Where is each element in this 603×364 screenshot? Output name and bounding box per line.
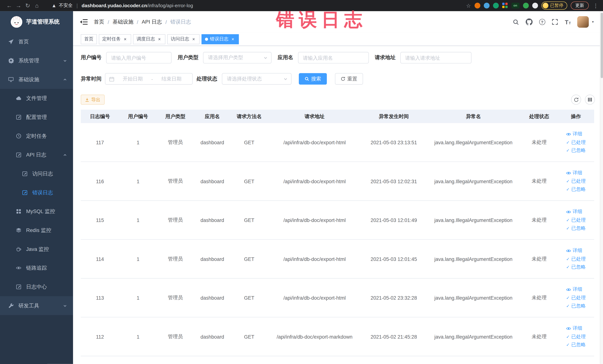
close-icon[interactable]: ×: [231, 36, 235, 42]
user-type-select[interactable]: 请选择用户类型: [203, 52, 271, 63]
sidebar-item-home[interactable]: 首页: [0, 32, 73, 51]
sidebar-item-trace[interactable]: 链路追踪: [0, 258, 73, 277]
search-icon[interactable]: [512, 18, 519, 26]
hamburger-icon[interactable]: [80, 19, 88, 25]
sidebar-item-accesslog[interactable]: 访问日志: [0, 164, 73, 183]
refresh-table-button[interactable]: [571, 94, 581, 105]
app-name-input[interactable]: [298, 52, 369, 63]
user-avatar[interactable]: [577, 16, 589, 28]
detail-link[interactable]: 详细: [566, 171, 582, 176]
caret-down-icon[interactable]: ▾: [592, 20, 594, 24]
search-button[interactable]: 搜索: [299, 73, 327, 84]
close-icon[interactable]: ×: [191, 36, 196, 42]
detail-link[interactable]: 详细: [566, 132, 582, 137]
action-label: 已忽略: [571, 342, 586, 347]
tab-access-log[interactable]: 访问日志 ×: [167, 34, 199, 44]
detail-link[interactable]: 详细: [566, 248, 582, 253]
extension-on-badge[interactable]: on: [511, 3, 519, 9]
detail-link[interactable]: 详细: [566, 209, 582, 214]
processed-link[interactable]: ✓ 已处理: [566, 334, 586, 339]
close-icon[interactable]: ×: [123, 36, 128, 42]
ignored-link[interactable]: ✓ 已忽略: [566, 265, 586, 270]
extension-icon[interactable]: [474, 3, 480, 9]
start-date-placeholder: 开始日期: [116, 75, 150, 82]
cell-log-id: 115: [81, 201, 119, 239]
extension-paw-icon[interactable]: [532, 3, 538, 9]
sidebar-item-system[interactable]: 系统管理: [0, 51, 73, 70]
processed-link[interactable]: ✓ 已处理: [566, 140, 586, 145]
close-icon[interactable]: ×: [157, 36, 162, 42]
check-icon: ✓: [566, 343, 570, 347]
extension-icon[interactable]: [484, 3, 489, 9]
breadcrumb-item[interactable]: 基础设施: [113, 19, 133, 25]
breadcrumb-item[interactable]: API 日志: [142, 19, 162, 25]
processed-link[interactable]: ✓ 已处理: [566, 179, 586, 184]
app-title: 芋道管理系统: [26, 18, 59, 25]
sidebar-item-config[interactable]: 配置管理: [0, 108, 73, 127]
sidebar-item-devtools[interactable]: 研发工具: [0, 296, 73, 315]
extension-icon[interactable]: [523, 3, 529, 9]
logo-image: [11, 16, 22, 27]
home-icon[interactable]: ⌂: [32, 3, 42, 9]
request-url-input[interactable]: [400, 52, 471, 63]
action-label: 已处理: [571, 218, 586, 223]
forward-icon[interactable]: →: [14, 3, 23, 9]
scrollbar-thumb[interactable]: [601, 13, 603, 78]
sidebar-item-java[interactable]: Java 监控: [0, 240, 73, 258]
sidebar-item-apilog[interactable]: API 日志: [0, 145, 73, 164]
extension-grid-icon[interactable]: [502, 3, 508, 9]
field-label: 用户类型: [178, 54, 198, 61]
app-logo[interactable]: 芋道管理系统: [0, 11, 73, 32]
export-button[interactable]: 导出: [81, 94, 105, 105]
table-row: 117 1 管理员 dashboard GET /api/infra/db-do…: [81, 123, 594, 162]
detail-link[interactable]: 详细: [566, 287, 582, 292]
eye-icon: [566, 132, 571, 136]
profile-paused-chip[interactable]: 已暂停: [541, 1, 567, 10]
help-icon[interactable]: ?: [539, 19, 545, 25]
tab-error-log[interactable]: 错误日志 ×: [201, 34, 239, 44]
font-size-icon[interactable]: TT: [565, 19, 571, 25]
github-icon[interactable]: [526, 18, 533, 26]
url-bar[interactable]: dashboard.yudao.iocoder.cn/infra/log/api…: [81, 3, 193, 8]
detail-link[interactable]: 详细: [566, 326, 582, 331]
field-label: 处理状态: [197, 75, 217, 82]
ignored-link[interactable]: ✓ 已忽略: [566, 304, 586, 308]
ignored-link[interactable]: ✓ 已忽略: [566, 187, 586, 192]
ignored-link[interactable]: ✓ 已忽略: [566, 148, 586, 153]
process-status-select[interactable]: 请选择处理状态: [222, 73, 291, 84]
bookmark-star-icon[interactable]: ☆: [466, 2, 471, 9]
calendar-icon: [109, 76, 114, 82]
sidebar-item-redis[interactable]: Redis 监控: [0, 221, 73, 240]
site-security[interactable]: ▲️ 不安全: [52, 2, 73, 9]
reset-button[interactable]: 重置: [335, 73, 363, 84]
browser-menu-icon[interactable]: ⋮: [593, 2, 598, 9]
fullscreen-icon[interactable]: [551, 18, 559, 26]
date-range-picker[interactable]: 开始日期 - 结束日期: [105, 73, 193, 84]
ignored-link[interactable]: ✓ 已忽略: [566, 342, 586, 347]
sidebar-item-infra[interactable]: 基础设施: [0, 70, 73, 89]
ignored-link[interactable]: ✓ 已忽略: [566, 226, 586, 231]
processed-link[interactable]: ✓ 已处理: [566, 295, 586, 300]
processed-link[interactable]: ✓ 已处理: [566, 257, 586, 261]
profile-avatar-icon: [542, 3, 548, 9]
sidebar-item-logcenter[interactable]: 日志中心: [0, 277, 73, 296]
back-icon[interactable]: ←: [5, 3, 14, 9]
column-settings-button[interactable]: [585, 94, 595, 105]
tab-job[interactable]: 定时任务 ×: [99, 34, 131, 44]
tab-job-log[interactable]: 调度日志 ×: [133, 34, 165, 44]
tab-home[interactable]: 首页: [81, 34, 97, 44]
sidebar-item-errorlog[interactable]: 错误日志: [0, 183, 73, 202]
browser-update-button[interactable]: 更新: [571, 1, 589, 10]
action-label: 已处理: [571, 257, 586, 261]
extension-icon[interactable]: [493, 3, 499, 9]
user-id-input[interactable]: [106, 52, 172, 63]
sidebar-item-mysql[interactable]: MySQL 监控: [0, 202, 73, 221]
breadcrumb-item[interactable]: 首页: [94, 19, 104, 25]
sidebar: 芋道管理系统 首页 系统管理 基础设施 文件管理: [0, 11, 73, 364]
reload-icon[interactable]: ↻: [23, 3, 32, 9]
cell-app-name: dashboard: [194, 317, 231, 356]
processed-link[interactable]: ✓ 已处理: [566, 218, 586, 223]
scrollbar-track[interactable]: [600, 11, 603, 364]
sidebar-item-file[interactable]: 文件管理: [0, 89, 73, 108]
sidebar-item-job[interactable]: 定时任务: [0, 127, 73, 146]
